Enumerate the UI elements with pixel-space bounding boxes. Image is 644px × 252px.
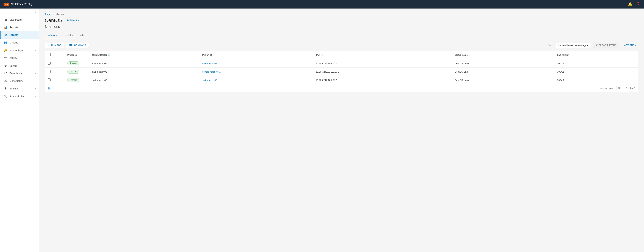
toolbar-right: Sort: Cluster/Master (ascending) ▾ ▽ CLE… [548,43,638,48]
sort-label: Sort: [548,44,553,47]
run-job-button[interactable]: ⚡ RUN JOB [45,43,64,48]
row-2-minion-id-cell: centos-machine-1 [199,68,313,76]
sidebar-item-minions-label: Minions [10,41,18,44]
sidebar-item-compliance-label: Compliance [10,72,22,75]
row-1-ipv4-cell: 10.206.242.106, 127.... [313,59,452,68]
sidebar-item-minions[interactable]: 👥 Minions [0,39,39,46]
row-1-cluster-cell: salt-master-01 [89,59,199,68]
row-2-presence-badge: Present [67,70,79,74]
row-2-ipv4-value: 10.206.242.8, 127.0.... [316,70,339,73]
clear-filters-label: CLEAR FILTERS [599,44,616,46]
header-actions-button[interactable]: ACTIONS ▾ [66,18,80,22]
row-3-ipv4-cell: 10.206.242.166, 127.... [313,76,452,84]
vmw-logo: vmw [4,3,9,6]
os-full-name-header-label: OS full name [454,54,468,56]
clear-filters-button[interactable]: ▽ CLEAR FILTERS [593,43,619,48]
row-3-menu-button[interactable]: ⋮ [56,78,62,82]
shield-icon: 🛡 [4,72,7,75]
crosshair-icon: ⊕ [4,33,7,36]
ipv4-header: IPV4 ▼ [313,51,452,59]
key-icon: 🔑 [4,48,7,52]
sidebar-item-reports[interactable]: 📊 Reports [0,23,39,31]
sidebar-item-config[interactable]: ⚙ Config › [0,62,39,70]
page-header: CentOS ACTIONS ▾ [45,17,638,23]
tab-activity[interactable]: Activity [61,32,76,39]
row-1-salt-version-value: 3004.1 [557,62,564,65]
sidebar-item-vulnerability-label: Vulnerability [10,79,23,82]
run-command-button[interactable]: RUN COMMAND [66,43,89,48]
chevron-right-icon-5: › [35,80,36,82]
bell-icon[interactable]: 🔔 [628,2,632,6]
row-2-cluster-value: salt-master-02 [92,70,107,73]
sidebar-item-dashboard[interactable]: ⊞ Dashboard [0,16,39,23]
sidebar-item-settings-label: Settings [10,87,18,90]
os-full-name-header: OS full name ▼ [452,51,554,59]
alert-triangle-icon: ⚠ [4,79,7,82]
sort-select[interactable]: Cluster/Master (ascending) ▾ [556,43,590,48]
row-3-cluster-cell: salt-master-02 [89,76,199,84]
minion-id-header-label: Minion ID [202,54,212,56]
chevron-down-icon-per-page: ▾ [621,87,622,89]
row-1-minion-id-link[interactable]: salt-master-01 [202,62,217,65]
row-2-salt-version-value: 3004.1 [557,70,564,73]
sidebar: ‹‹ ⊞ Dashboard 📊 Reports ⊕ Targets 👥 Min… [0,8,39,252]
row-1-checkbox-cell [45,59,54,68]
filter-icon-ipv4[interactable]: ▼ [322,54,323,56]
row-2-menu-cell: ⋮ [54,68,64,76]
breadcrumb-separator: / [54,13,54,15]
app-name: SaltStack Config [11,3,32,6]
salt-version-header: Salt version [554,51,638,59]
tab-minions[interactable]: Minions [45,32,61,39]
row-3-checkbox-cell [45,76,54,84]
table-row: ⋮ Present salt-master-02 salt-master-02 [45,76,638,84]
toolbar-left: ⚡ RUN JOB RUN COMMAND [45,43,89,48]
row-2-checkbox[interactable] [48,70,51,73]
sidebar-item-dashboard-label: Dashboard [10,18,22,21]
run-job-label: RUN JOB [51,44,62,46]
row-3-menu-cell: ⋮ [54,76,64,84]
chevron-down-icon-actions: ▾ [635,44,636,46]
table-footer: ▦ Items per page 20 ▾ 1 - 3 of 3 [45,84,638,92]
run-job-icon: ⚡ [48,44,50,46]
filter-icon-minion-id[interactable]: ▼ [213,54,215,56]
bar-chart-icon: 📊 [4,25,7,29]
menu-header [54,51,64,59]
row-3-minion-id-link[interactable]: salt-master-02 [202,79,217,81]
sidebar-item-activity[interactable]: 〜 Activity › [0,54,39,62]
chevron-down-icon-sort: ▾ [587,44,588,47]
per-page-select[interactable]: 20 ▾ [616,86,624,90]
sidebar-item-administration[interactable]: 🔧 Administration › [0,92,39,100]
sidebar-item-minion-keys[interactable]: 🔑 Minion Keys › [0,46,39,54]
chevron-right-icon-3: › [35,65,36,67]
sidebar-item-config-label: Config [10,64,16,67]
per-page-value: 20 [618,87,620,89]
row-1-menu-button[interactable]: ⋮ [56,61,62,65]
items-per-page-label: Items per page [599,87,614,89]
toolbar-actions-label: ACTIONS [624,44,634,46]
sort-value: Cluster/Master (ascending) [558,44,586,47]
sidebar-collapse-btn[interactable]: ‹‹ [34,11,36,13]
minions-count: 3 minions [45,25,638,29]
chevron-right-icon: › [35,49,36,51]
tab-edit[interactable]: Edit [76,32,88,39]
table-footer-right: Items per page 20 ▾ 1 - 3 of 3 [599,86,636,90]
filter-icon: ▽ [596,44,598,46]
sliders-icon: ⚙ [4,64,7,67]
filter-icon-os[interactable]: ▼ [469,54,470,56]
select-all-checkbox[interactable] [48,53,51,56]
columns-toggle-icon[interactable]: ▦ [48,86,50,90]
row-2-menu-button[interactable]: ⋮ [56,70,62,74]
breadcrumb: Targets / Minions [45,13,638,15]
sidebar-item-vulnerability[interactable]: ⚠ Vulnerability › [0,77,39,85]
breadcrumb-targets-link[interactable]: Targets [45,13,52,15]
help-icon[interactable]: ❓ [636,2,640,6]
row-2-minion-id-link[interactable]: centos-machine-1 [202,70,220,73]
toolbar-actions-button[interactable]: ACTIONS ▾ [622,43,638,48]
sidebar-item-compliance[interactable]: 🛡 Compliance › [0,70,39,77]
sidebar-item-settings[interactable]: ⚙ Settings › [0,85,39,92]
sidebar-item-targets[interactable]: ⊕ Targets [0,31,39,39]
row-3-salt-version-cell: 3004.1 [554,76,638,84]
sort-icons-cluster[interactable]: ▲ ▼ [108,53,110,57]
row-3-checkbox[interactable] [48,78,51,81]
row-1-checkbox[interactable] [48,62,51,65]
